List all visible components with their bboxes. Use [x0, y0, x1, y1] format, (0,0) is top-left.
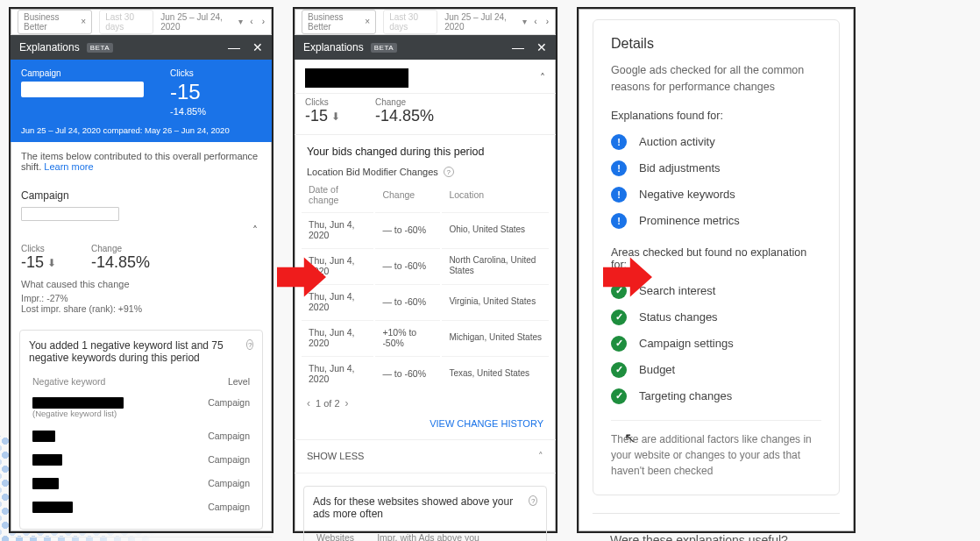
mini-change-label: Change [91, 244, 150, 253]
ga-date-bar: Business Better× Last 30 days Jun 25 – J… [11, 9, 272, 35]
explanations-title: Explanations [19, 41, 80, 53]
learn-more-link[interactable]: Learn more [44, 161, 93, 172]
negative-keywords-card: You added 1 negative keyword list and 75… [19, 330, 263, 530]
ads-above-title: Ads for these websites showed above your… [313, 495, 523, 520]
collapse-icon[interactable]: ˄ [11, 221, 272, 240]
summary-hero: Campaign Clicks -15 -14.85% Jun 25 – Jul… [11, 60, 272, 142]
cause-label: What caused this change [21, 279, 261, 289]
redacted-bar [32, 397, 124, 409]
feedback-question: Were these explanations useful? [610, 533, 822, 542]
flow-arrow-icon [603, 253, 652, 302]
list-item: ✓Targeting changes [611, 383, 821, 409]
table-row: Campaign [31, 449, 252, 471]
mini-change-value: -14.85% [91, 253, 150, 272]
feedback-box: Were these explanations useful? YES NO [593, 513, 840, 542]
table-row: Thu, Jun 4, 2020— to -60%Ohio, United St… [302, 212, 549, 246]
dropdown-icon[interactable]: ▾ [238, 17, 243, 26]
col-impr-above: Impr. with Ads above you [375, 529, 536, 541]
list-item: !Prominence metrics [611, 208, 821, 234]
date-range[interactable]: Jun 25 – Jul 24, 2020 [160, 12, 231, 32]
details-title: Details [611, 36, 821, 52]
info-icon: ! [611, 134, 627, 150]
close-icon[interactable]: × [81, 17, 86, 26]
found-for-label: Explanations found for: [611, 110, 821, 122]
last-30-chip: Last 30 days [99, 10, 153, 34]
list-item: !Auction activity [611, 129, 821, 155]
flow-arrow-icon [277, 253, 326, 302]
info-icon: ! [611, 213, 627, 229]
p2-clicks-value: -15 [305, 107, 328, 125]
down-arrow-icon: ⬇ [331, 110, 340, 123]
p2-clicks-label: Clicks [305, 97, 340, 107]
compare-range: Jun 25 – Jul 24, 2020 compared: May 26 –… [21, 125, 261, 135]
ads-above-card: Ads for these websites showed above your… [303, 486, 547, 541]
details-lead: Google ads checked for all the common re… [611, 62, 821, 96]
bids-changed-title: Your bids changed during this period [295, 135, 556, 161]
svg-marker-0 [277, 258, 326, 297]
list-item: ✓Campaign settings [611, 331, 821, 357]
campaign-name-field [21, 82, 144, 97]
help-icon[interactable]: ? [529, 495, 537, 506]
clicks-delta: -15 [170, 80, 206, 104]
collapse-icon[interactable]: ˄ [538, 451, 543, 462]
cause-impr: Impr.: -27% [21, 293, 261, 303]
check-icon: ✓ [611, 336, 627, 352]
table-row: (Negative keyword list) Campaign [31, 392, 252, 424]
keyword-list-sub: (Negative keyword list) [32, 409, 177, 418]
clicks-label: Clicks [170, 68, 206, 78]
pager[interactable]: ‹ 1 of 2 › [295, 392, 556, 411]
table-row: Campaign [31, 473, 252, 495]
location-mod-title: Location Bid Modifier Changes [307, 167, 438, 177]
close-icon[interactable]: × [365, 17, 370, 26]
col-location: Location [442, 179, 549, 210]
prev-icon[interactable]: ‹ [250, 17, 252, 26]
col-keyword: Negative keyword [31, 373, 179, 390]
col-change: Change [375, 179, 440, 210]
info-icon: ! [611, 160, 627, 176]
list-item: !Bid adjustments [611, 155, 821, 182]
explanations-panel-overview: Business Better× Last 30 days Jun 25 – J… [9, 7, 273, 533]
mini-clicks-value: -15 [21, 253, 44, 272]
table-row: Thu, Jun 4, 2020+10% to -50%Michigan, Un… [302, 320, 549, 354]
intro-text: The items below contributed to this over… [11, 142, 272, 181]
minimize-icon[interactable]: — [228, 40, 240, 54]
next-icon[interactable]: › [262, 17, 265, 26]
ga-date-bar: Business Better× Last 30 days Jun 25 – J… [295, 9, 556, 35]
col-date: Date of change [302, 179, 373, 210]
beta-badge: BETA [87, 43, 113, 53]
campaign-name-redacted [21, 207, 119, 221]
table-row: Thu, Jun 4, 2020— to -60%North Carolina,… [302, 248, 549, 282]
p2-change-value: -14.85% [375, 107, 434, 125]
cause-lost-share: Lost impr. share (rank): +91% [21, 303, 261, 314]
collapse-icon[interactable]: ˄ [540, 72, 545, 84]
cursor-icon: ↖ [624, 430, 636, 446]
check-icon: ✓ [611, 388, 627, 404]
down-arrow-icon: ⬇ [47, 257, 56, 269]
details-footnote: There are additional factors like change… [611, 420, 821, 479]
campaign-label: Campaign [21, 68, 144, 78]
next-icon[interactable]: › [546, 17, 549, 26]
campaign-name-redacted [305, 68, 408, 88]
info-icon: ! [611, 187, 627, 203]
table-row: Thu, Jun 4, 2020— to -60%Virginia, Unite… [302, 284, 549, 318]
close-icon[interactable]: ✕ [536, 40, 547, 54]
col-level: Level [181, 373, 252, 390]
svg-marker-1 [603, 258, 652, 297]
section-campaign: Campaign [11, 181, 272, 207]
col-websites: Websites [315, 529, 373, 541]
help-icon[interactable]: ? [246, 339, 253, 350]
table-row: Campaign [31, 425, 252, 447]
check-icon: ✓ [611, 362, 627, 378]
view-change-history-link[interactable]: VIEW CHANGE HISTORY [430, 418, 543, 429]
date-range[interactable]: Jun 25 – Jul 24, 2020 [444, 12, 515, 32]
prev-icon[interactable]: ‹ [534, 17, 536, 26]
minimize-icon[interactable]: — [512, 40, 524, 54]
close-icon[interactable]: ✕ [252, 40, 263, 54]
last-30-chip: Last 30 days [383, 10, 437, 34]
help-icon[interactable]: ? [444, 167, 454, 177]
table-row: Thu, Jun 4, 2020— to -60%Texas, United S… [302, 356, 549, 390]
show-less-toggle[interactable]: SHOW LESS [307, 451, 364, 462]
explanations-header: Explanations BETA — ✕ [11, 35, 272, 60]
dropdown-icon[interactable]: ▾ [522, 17, 527, 26]
list-item: ✓Budget [611, 357, 821, 383]
